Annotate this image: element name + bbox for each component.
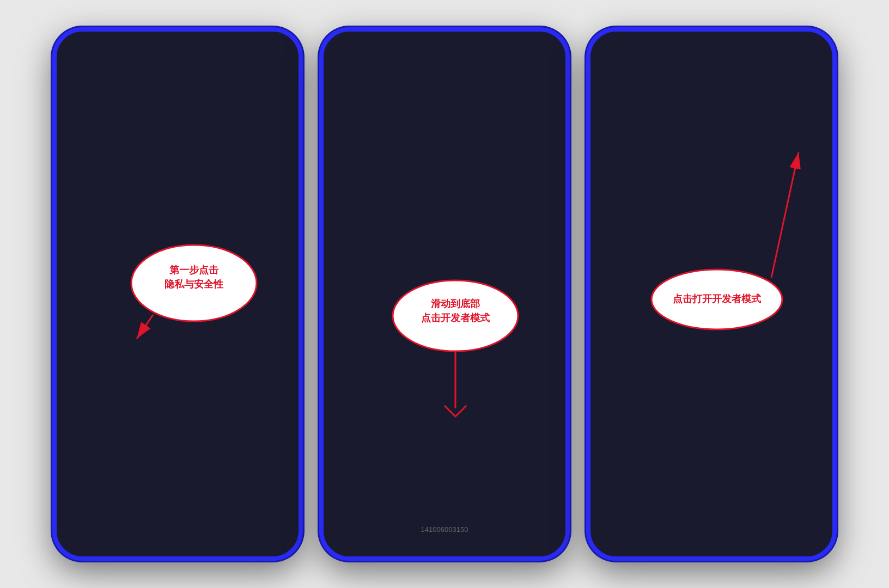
list-item[interactable]: 面容ID与密码 › bbox=[65, 227, 290, 256]
nav-bar-2: ‹ 设置 隐私与安全性 bbox=[324, 56, 565, 77]
signal-icon-1: ▪▪▪ bbox=[252, 42, 259, 50]
chevron-icon: › bbox=[547, 425, 550, 434]
settings-list-2[interactable]: 研究传感器与使用数据 › 🏠 HomeKit › 🎵 媒体与Apple Musi… bbox=[324, 77, 565, 551]
item-icon: SOS bbox=[72, 262, 88, 278]
chevron-icon: › bbox=[547, 93, 550, 101]
list-item[interactable]: Siri与搜索 › bbox=[65, 198, 290, 227]
list-item[interactable]: ✉ 邮件 › bbox=[65, 489, 290, 518]
list-item[interactable]: 墙纸 › bbox=[65, 169, 290, 198]
list-item[interactable]: 电池 › bbox=[65, 314, 290, 342]
chevron-icon: › bbox=[281, 323, 283, 332]
list-item[interactable]: SOS SOS紧急联络 › bbox=[65, 256, 290, 285]
item-label: SOS紧急联络 bbox=[95, 265, 281, 276]
status-icons-2: ▪▪▪ 📶 🔋 bbox=[519, 41, 552, 52]
list-item[interactable]: A App Store › bbox=[65, 387, 290, 416]
list-group-2-1: 研究传感器与使用数据 › 🏠 HomeKit › 🎵 媒体与Apple Musi… bbox=[332, 83, 557, 255]
item-icon bbox=[72, 524, 88, 541]
wifi-icon-1: 📶 bbox=[262, 41, 273, 52]
list-item[interactable]: 分析与改进 › bbox=[332, 353, 557, 377]
signal-icon-3: ▪▪▪ bbox=[786, 42, 793, 50]
list-item[interactable]: 🏃 运动与健身 › bbox=[332, 198, 557, 227]
developer-mode-toggle[interactable] bbox=[787, 95, 815, 112]
watermark: 141006003150 bbox=[421, 525, 468, 534]
section-1-3: 密码 › ✉ 邮件 › 通讯录 › bbox=[57, 461, 299, 551]
list-item[interactable]: 研究传感器与使用数据 › bbox=[332, 83, 557, 112]
item-label: 面容ID与密码 bbox=[95, 236, 281, 247]
item-label: 运动与健身 bbox=[362, 207, 547, 218]
list-item[interactable]: 辅助功能 › bbox=[65, 140, 290, 169]
chevron-icon: › bbox=[281, 470, 283, 479]
chevron-icon: › bbox=[547, 385, 550, 394]
settings-list-1[interactable]: AA 显示与亮度 › ▦ 主屏幕 › 辅助功能 › bbox=[57, 77, 299, 551]
svg-point-7 bbox=[77, 472, 80, 474]
list-item[interactable]: 安全检查 › bbox=[332, 290, 557, 318]
chevron-icon: › bbox=[281, 295, 283, 303]
item-label: 密码 bbox=[95, 469, 281, 481]
item-icon: 🎵 bbox=[339, 146, 355, 163]
list-item-developer-mode[interactable]: 开发者模式 › bbox=[332, 471, 557, 495]
chevron-icon: › bbox=[547, 479, 550, 487]
item-icon: ▦ bbox=[72, 118, 88, 134]
developer-mode-row: 开发者模式 bbox=[608, 95, 815, 112]
item-label: 电池 bbox=[95, 322, 281, 334]
phone-2: 07:44 ▪▪▪ 📶 🔋 ‹ 设置 隐私与安全性 bbox=[319, 27, 570, 561]
phone-1: 07:46 ▪▪▪ 📶 🔋 设置 AA 显示与亮度 › bbox=[52, 27, 303, 561]
item-icon bbox=[72, 204, 88, 220]
status-icons-1: ▪▪▪ 📶 🔋 bbox=[252, 41, 285, 52]
svg-point-3 bbox=[79, 298, 81, 300]
item-label: 辅助功能 bbox=[95, 149, 281, 161]
item-icon bbox=[72, 320, 88, 336]
list-group-2-3: 分析与改进 › Apple广告 › bbox=[332, 353, 557, 401]
list-item-privacy[interactable]: 隐私与安全性 › bbox=[65, 342, 290, 371]
bottom-bar-1 bbox=[57, 551, 299, 556]
toggle-thumb bbox=[788, 96, 803, 111]
chevron-icon: › bbox=[281, 208, 283, 217]
battery-icon-3: 🔋 bbox=[809, 43, 819, 50]
time-2: 07:44 bbox=[337, 42, 357, 51]
item-icon: 🏃 bbox=[339, 204, 355, 220]
back-arrow-icon-3: ‹ bbox=[598, 60, 601, 72]
item-icon bbox=[72, 146, 88, 163]
section-note-2-2: 留意哪些人、App和设备有权访问你的信息，从而保护个人安全。 bbox=[324, 318, 565, 337]
status-icons-3: ▪▪▪ 📶 🔋 bbox=[786, 41, 819, 52]
nav-title-3: 开发者模式 bbox=[689, 60, 735, 72]
developer-mode-section: 开发者模式 If you're developing apps for Appl… bbox=[599, 88, 824, 166]
chevron-icon: › bbox=[281, 237, 283, 246]
list-item[interactable]: 🏠 HomeKit › bbox=[332, 112, 557, 140]
section-note-2-1: App请求访问时会被添加到以上类别。 bbox=[324, 255, 565, 274]
list-item[interactable]: 🌙 专注模式 › bbox=[332, 227, 557, 255]
chevron-icon: › bbox=[281, 528, 283, 537]
section-1-1: AA 显示与亮度 › ▦ 主屏幕 › 辅助功能 › bbox=[57, 83, 299, 371]
list-item[interactable]: 通讯录 › bbox=[65, 518, 290, 547]
list-item[interactable]: 📁 文件和文件夹 › bbox=[332, 169, 557, 198]
list-item[interactable]: 钱包与Apple Pay › bbox=[65, 416, 290, 444]
list-item[interactable]: ▦ 主屏幕 › bbox=[65, 112, 290, 140]
item-label: 安全检查 bbox=[362, 299, 547, 310]
nav-bar-3: ‹ 隐私与安全性 开发者模式 bbox=[590, 56, 832, 77]
svg-point-5 bbox=[80, 327, 81, 328]
item-icon bbox=[72, 233, 88, 249]
list-item[interactable]: AA 显示与亮度 › bbox=[65, 83, 290, 112]
nav-back-label-3: 隐私与安全性 bbox=[602, 60, 655, 72]
list-group-2-5: 开发者模式 › bbox=[332, 471, 557, 495]
nav-back-2[interactable]: ‹ 设置 bbox=[331, 60, 353, 72]
list-item[interactable]: 📅 日历 › bbox=[65, 547, 290, 551]
chevron-icon: › bbox=[281, 179, 283, 188]
nav-back-3[interactable]: ‹ 隐私与安全性 bbox=[598, 60, 655, 72]
section-header-security: 安全性 bbox=[324, 458, 565, 471]
list-item[interactable]: App隐私报告 › bbox=[332, 418, 557, 442]
time-3: 07:43 bbox=[604, 42, 624, 51]
time-1: 07:46 bbox=[70, 42, 90, 51]
item-label: 通讯录 bbox=[95, 527, 281, 538]
list-item[interactable]: 🎵 媒体与Apple Music › bbox=[332, 140, 557, 169]
svg-rect-6 bbox=[76, 427, 83, 432]
list-item[interactable]: Apple广告 › bbox=[332, 377, 557, 401]
chevron-icon: › bbox=[547, 121, 550, 130]
item-label: Siri与搜索 bbox=[95, 207, 281, 218]
list-item[interactable]: 暴露通知 › bbox=[65, 285, 290, 314]
phone-3: 07:43 ▪▪▪ 📶 🔋 ‹ 隐私与安全性 开发者模式 开发者模式 bbox=[586, 27, 837, 561]
item-label-devmode: 开发者模式 bbox=[339, 477, 547, 489]
chevron-icon: › bbox=[281, 266, 283, 274]
item-icon bbox=[72, 291, 88, 307]
list-item[interactable]: 密码 › bbox=[65, 461, 290, 489]
